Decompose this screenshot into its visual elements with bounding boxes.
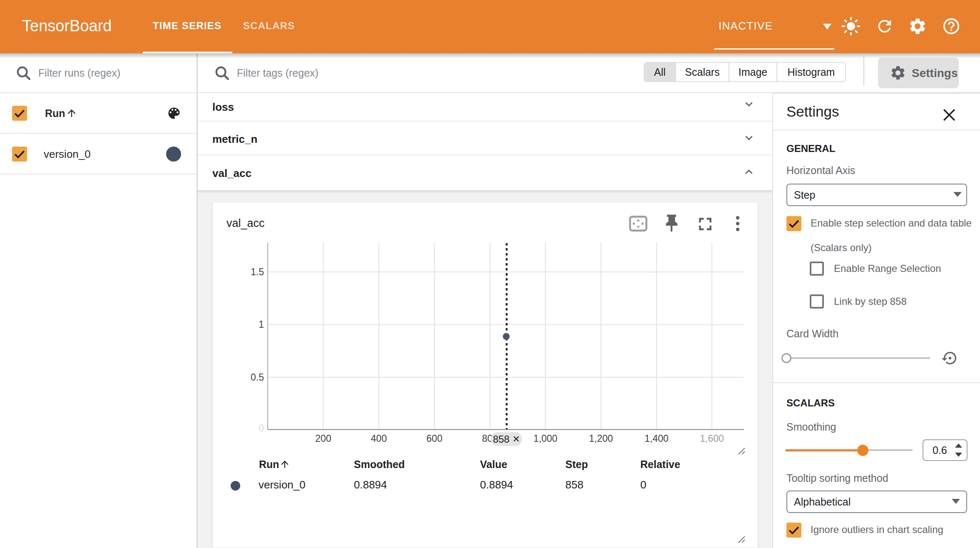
- svg-text:1: 1: [259, 319, 264, 330]
- svg-text:0.5: 0.5: [251, 372, 264, 383]
- svg-text:1,200: 1,200: [589, 433, 613, 444]
- svg-text:1,000: 1,000: [533, 433, 557, 444]
- svg-text:1.5: 1.5: [251, 267, 264, 277]
- svg-text:400: 400: [371, 433, 387, 444]
- svg-text:1,400: 1,400: [644, 433, 669, 444]
- svg-text:600: 600: [426, 433, 442, 444]
- svg-text:1,600: 1,600: [700, 433, 724, 444]
- svg-text:200: 200: [315, 433, 331, 444]
- svg-text:0: 0: [259, 423, 264, 433]
